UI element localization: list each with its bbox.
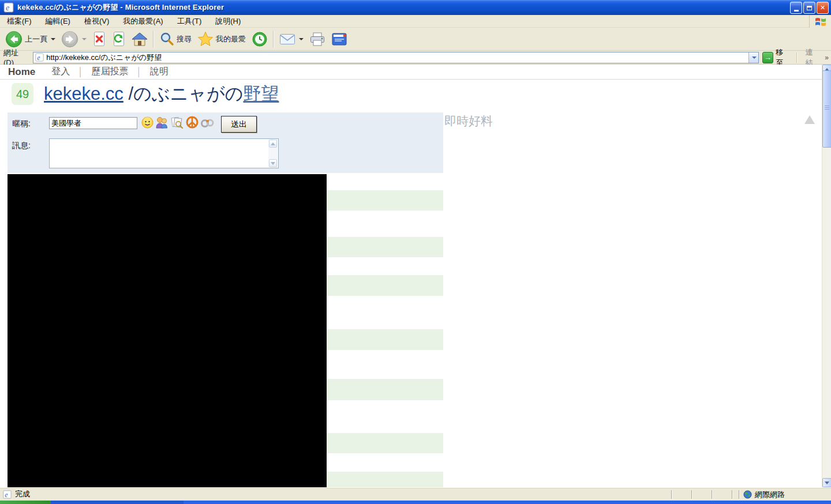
- page-title: kekeke.cc /のぶニャがの野望: [44, 82, 279, 106]
- status-page-icon: e: [3, 490, 12, 499]
- browser-viewport: Home 登入 │ 歷屆投票 │ 說明 49 kekeke.cc /のぶニャがの…: [0, 65, 831, 487]
- close-button[interactable]: ✕: [817, 2, 829, 14]
- mail-dropdown-icon[interactable]: [299, 38, 304, 40]
- taskbar-segment: [51, 501, 184, 504]
- windows-logo: [809, 15, 831, 28]
- toolbar: 上一頁 搜尋: [0, 28, 831, 51]
- smiley-icon[interactable]: [141, 116, 154, 129]
- scroll-down-icon[interactable]: [269, 159, 277, 167]
- svg-text:e: e: [38, 54, 40, 62]
- back-label: 上一頁: [25, 34, 47, 44]
- scrollbar-thumb[interactable]: [822, 70, 831, 148]
- window-title: kekeke.cc/のぶニャがの野望 - Microsoft Internet …: [17, 2, 224, 13]
- toolbar-separator: [153, 31, 154, 48]
- zone-label: 網際網路: [755, 490, 785, 500]
- favorites-button[interactable]: 我的最愛: [194, 29, 249, 50]
- arrow-down-icon: [825, 482, 829, 484]
- favorites-star-icon: [197, 31, 214, 47]
- history-button[interactable]: [249, 29, 271, 50]
- handcuffs-icon[interactable]: [200, 116, 214, 129]
- nickname-input[interactable]: [49, 117, 137, 129]
- back-button[interactable]: 上一頁: [2, 29, 58, 50]
- scroll-up-icon[interactable]: [269, 140, 277, 148]
- ie-logo-icon: e: [3, 2, 14, 13]
- peace-icon[interactable]: [186, 116, 199, 129]
- go-arrow-icon: →: [762, 52, 774, 63]
- refresh-icon: [112, 31, 126, 47]
- url-dropdown-button[interactable]: [748, 52, 758, 63]
- menu-edit[interactable]: 編輯(E): [39, 16, 77, 27]
- search-icon: [159, 32, 174, 47]
- forward-dropdown-icon[interactable]: [82, 38, 87, 40]
- forward-button[interactable]: [58, 29, 89, 50]
- stop-icon: [92, 31, 106, 47]
- page-title-link[interactable]: 野望: [243, 84, 279, 104]
- close-icon: ✕: [820, 4, 825, 12]
- page-scrollbar[interactable]: [822, 65, 831, 487]
- forward-icon: [61, 31, 78, 48]
- textarea-scrollbar[interactable]: [268, 140, 278, 167]
- svg-text:e: e: [5, 491, 8, 498]
- restore-icon: [807, 6, 812, 10]
- emoticon-row: [141, 116, 214, 129]
- status-pane-divider: [739, 490, 740, 499]
- nav-help[interactable]: 說明: [150, 66, 169, 78]
- nickname-label: 暱稱:: [12, 119, 31, 129]
- message-textarea[interactable]: [49, 138, 279, 168]
- doc-search-icon[interactable]: [170, 116, 184, 129]
- status-pane-divider: [691, 490, 692, 499]
- status-pane-divider: [732, 490, 733, 499]
- page-title-mid: /のぶニャがの: [123, 84, 244, 104]
- back-dropdown-icon[interactable]: [51, 38, 55, 40]
- url-input[interactable]: e http://kekeke.cc/のぶニャがの野望: [33, 52, 758, 63]
- minimize-icon: [794, 10, 799, 12]
- nav-separator: │: [137, 67, 142, 77]
- submit-button[interactable]: 送出: [221, 116, 257, 133]
- restore-button[interactable]: [803, 2, 815, 14]
- links-chevron-icon[interactable]: »: [825, 54, 829, 62]
- nav-separator: │: [78, 67, 83, 77]
- url-text: http://kekeke.cc/のぶニャがの野望: [46, 52, 162, 63]
- menu-file[interactable]: 檔案(F): [0, 16, 39, 27]
- sidebar-title: 即時好料: [444, 113, 493, 129]
- home-button[interactable]: [129, 29, 151, 50]
- minimize-button[interactable]: [790, 2, 802, 14]
- menu-view[interactable]: 檢視(V): [77, 16, 116, 27]
- windows-taskbar[interactable]: [0, 501, 831, 504]
- nav-home[interactable]: Home: [8, 66, 35, 78]
- refresh-button[interactable]: [109, 29, 129, 50]
- edit-button[interactable]: [328, 29, 350, 50]
- home-icon: [132, 32, 148, 47]
- menu-help[interactable]: 說明(H): [208, 16, 248, 27]
- start-button-sliver[interactable]: [0, 501, 51, 504]
- history-icon: [252, 31, 268, 47]
- scrollbar-down-button[interactable]: [822, 478, 831, 487]
- chevron-down-icon: [752, 57, 757, 59]
- search-button[interactable]: 搜尋: [156, 29, 194, 50]
- nav-polls[interactable]: 歷屆投票: [92, 66, 129, 78]
- message-label: 訊息:: [12, 141, 31, 151]
- mail-button[interactable]: [276, 29, 306, 50]
- globe-icon: [743, 490, 752, 499]
- blacked-out-region: [8, 174, 327, 487]
- svg-text:e: e: [6, 3, 9, 12]
- stop-button[interactable]: [89, 29, 109, 50]
- page-ie-icon: e: [35, 53, 44, 62]
- people-icon[interactable]: [155, 116, 169, 129]
- address-separator: [796, 52, 798, 63]
- print-button[interactable]: [306, 29, 328, 50]
- nav-login[interactable]: 登入: [51, 66, 70, 78]
- site-link[interactable]: kekeke.cc: [44, 84, 123, 104]
- status-pane-divider: [671, 490, 672, 499]
- thumb-grip: [825, 106, 829, 110]
- status-pane-divider: [712, 490, 713, 499]
- favorites-label: 我的最愛: [216, 34, 246, 44]
- search-label: 搜尋: [177, 34, 192, 44]
- menu-tools[interactable]: 工具(T): [170, 16, 209, 27]
- status-bar: e 完成 網際網路: [0, 487, 831, 501]
- scroll-top-triangle-icon[interactable]: [804, 115, 815, 124]
- room-number-badge: 49: [12, 83, 33, 105]
- edit-icon: [331, 32, 347, 46]
- title-bar: e kekeke.cc/のぶニャがの野望 - Microsoft Interne…: [0, 0, 831, 15]
- menu-favorites[interactable]: 我的最愛(A): [116, 16, 170, 27]
